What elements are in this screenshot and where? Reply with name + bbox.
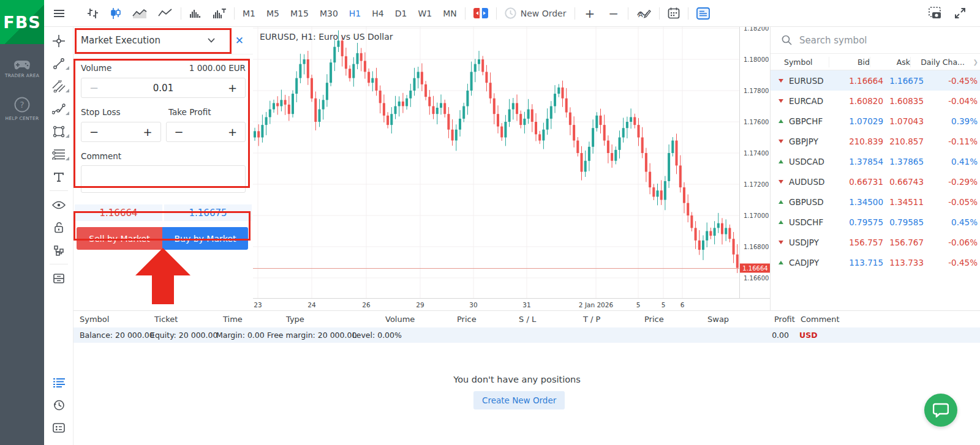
time-tick-label: 6 xyxy=(680,301,685,309)
time-tick-label: 5 xyxy=(636,301,641,309)
chart-title: EURUSD, H1: Euro vs US Dollar xyxy=(260,32,393,42)
market-watch-row-eurusd[interactable]: EURUSD1.166641.16675-0.45% xyxy=(771,70,980,91)
timeframe-m5[interactable]: M5 xyxy=(266,9,279,18)
create-new-order-button[interactable]: Create New Order xyxy=(473,391,565,409)
area-chart-icon[interactable] xyxy=(132,5,147,22)
timeframe-w1[interactable]: W1 xyxy=(418,9,432,18)
positions-column-price: Price xyxy=(644,315,664,324)
volume-value[interactable]: 0.01 xyxy=(153,83,173,94)
shapes-tool-icon[interactable] xyxy=(44,120,74,143)
market-watch-panel: Symbol Bid Ask Daily Cha... ❯ EURUSD1.16… xyxy=(770,27,980,310)
new-order-button[interactable]: New Order xyxy=(521,9,567,18)
line-chart-icon[interactable] xyxy=(158,5,173,22)
visibility-eye-icon[interactable] xyxy=(44,193,74,216)
fibonacci-tool-icon[interactable] xyxy=(44,143,74,165)
bid-price: 156.757 xyxy=(843,237,883,247)
timeframe-m1[interactable]: M1 xyxy=(243,9,255,18)
candlestick-chart-icon[interactable] xyxy=(110,5,121,22)
column-header-bid[interactable]: Bid xyxy=(829,57,870,67)
timeframe-m30[interactable]: M30 xyxy=(320,9,338,18)
volumes-icon[interactable] xyxy=(189,5,202,22)
bid-price: 1.37854 xyxy=(843,157,883,166)
menu-icon[interactable] xyxy=(54,5,64,22)
time-tick-label: 5 xyxy=(662,301,666,309)
candlestick-plot[interactable] xyxy=(253,27,739,298)
triangle-down-icon xyxy=(778,140,783,143)
buy-by-market-button[interactable]: Buy by Market xyxy=(162,227,248,250)
market-watch-row-usdchf[interactable]: USDCHF0.795750.795850.45% xyxy=(771,212,980,232)
stop-loss-decrease-button[interactable]: − xyxy=(89,125,99,138)
terminal-panel-icon[interactable] xyxy=(696,5,710,22)
tick-volumes-icon[interactable] xyxy=(213,5,226,22)
polyline-tool-icon[interactable] xyxy=(44,97,74,120)
triangle-up-icon xyxy=(778,160,783,163)
timeframe-h4[interactable]: H4 xyxy=(372,9,383,18)
price-tick-label: 1.17800 xyxy=(744,88,769,94)
zoom-in-icon[interactable]: + xyxy=(584,6,595,21)
market-watch-row-usdjpy[interactable]: USDJPY156.757156.767-0.06% xyxy=(771,232,980,252)
timeframe-group: M1M5M15M30H1H4D1W1MN xyxy=(237,9,462,18)
comment-input[interactable] xyxy=(81,165,246,193)
daily-change: -0.05% xyxy=(924,197,978,207)
market-watch-row-gbpchf[interactable]: GBPCHF1.070291.070430.39% xyxy=(771,111,980,131)
chevron-right-icon[interactable]: ❯ xyxy=(973,59,978,65)
market-watch-row-gbpusd[interactable]: GBPUSD1.345001.34511-0.05% xyxy=(771,192,980,212)
stop-loss-increase-button[interactable]: + xyxy=(143,125,152,138)
close-icon[interactable]: ✕ xyxy=(235,34,244,47)
volume-decrease-button[interactable]: − xyxy=(89,81,99,94)
one-click-trading-icon[interactable] xyxy=(473,5,488,22)
ask-price: 0.66743 xyxy=(883,177,924,187)
bid-price: 210.839 xyxy=(843,136,883,146)
column-header-symbol[interactable]: Symbol xyxy=(784,58,829,67)
timeframe-mn[interactable]: MN xyxy=(443,9,457,18)
timeframe-m15[interactable]: M15 xyxy=(290,9,309,18)
column-header-change[interactable]: Daily Cha... xyxy=(910,57,965,67)
sell-price: 1.16664 xyxy=(75,204,162,221)
trend-line-tool-icon[interactable] xyxy=(44,52,74,75)
fullscreen-icon[interactable] xyxy=(954,5,966,22)
history-icon[interactable] xyxy=(44,394,74,416)
take-profit-decrease-button[interactable]: − xyxy=(175,125,184,138)
auto-scroll-icon[interactable]: A xyxy=(636,5,651,22)
unlock-icon[interactable] xyxy=(44,216,74,239)
live-chat-button[interactable] xyxy=(924,394,957,427)
calendar-icon[interactable] xyxy=(668,5,680,22)
svg-text:?: ? xyxy=(20,100,24,110)
chart-section[interactable]: EURUSD, H1: Euro vs US Dollar 2324262930… xyxy=(253,27,770,310)
ask-price: 210.857 xyxy=(883,136,924,146)
fbs-logo[interactable]: FBS xyxy=(0,0,44,44)
zoom-out-icon[interactable]: − xyxy=(608,6,619,21)
market-watch-row-audusd[interactable]: AUDUSD0.667310.66743-0.29% xyxy=(771,171,980,192)
current-price-line xyxy=(253,268,739,269)
column-header-ask[interactable]: Ask xyxy=(870,57,910,67)
execution-type-dropdown[interactable]: Market Execution xyxy=(81,35,160,46)
timeframe-h1[interactable]: H1 xyxy=(349,9,361,18)
execution-type-row: Market Execution ✕ xyxy=(74,27,253,54)
price-tick-label: 1.17400 xyxy=(744,150,769,157)
timeframe-d1[interactable]: D1 xyxy=(395,9,407,18)
journal-icon[interactable] xyxy=(44,416,74,439)
market-watch-row-gbpjpy[interactable]: GBPJPY210.839210.857-0.11% xyxy=(771,131,980,151)
chevron-down-icon[interactable] xyxy=(208,38,215,43)
sell-by-market-button[interactable]: Sell by Market xyxy=(77,227,162,250)
market-watch-row-usdcad[interactable]: USDCAD1.378541.378650.41% xyxy=(771,151,980,171)
objects-tree-icon[interactable] xyxy=(44,239,74,261)
volume-increase-button[interactable]: + xyxy=(228,81,237,94)
sidebar-item-help-center[interactable]: ? HELP CENTER xyxy=(0,89,44,127)
object-list-icon[interactable] xyxy=(44,267,74,290)
market-watch-row-eurcad[interactable]: EURCAD1.608201.60835-0.04% xyxy=(771,91,980,111)
bars-chart-icon[interactable] xyxy=(87,5,99,22)
crosshair-icon[interactable] xyxy=(44,29,74,52)
market-watch-row-cadjpy[interactable]: CADJPY113.715113.733-0.45% xyxy=(771,252,980,272)
positions-column-price: Price xyxy=(457,315,477,324)
account-metric: Free margin: 20 000.00 xyxy=(267,331,356,340)
positions-tab-icon[interactable] xyxy=(44,371,74,394)
take-profit-increase-button[interactable]: + xyxy=(228,125,237,138)
search-symbol-input[interactable] xyxy=(799,35,952,46)
channel-tool-icon[interactable] xyxy=(44,75,74,97)
price-tick-label: 1.18000 xyxy=(744,56,769,63)
text-tool-icon[interactable] xyxy=(44,165,74,188)
price-scale[interactable]: 1.182001.180001.178001.176001.174001.172… xyxy=(739,27,770,298)
screenshot-icon[interactable] xyxy=(929,5,943,22)
sidebar-item-trader-area[interactable]: TRADER AREA xyxy=(0,53,44,84)
